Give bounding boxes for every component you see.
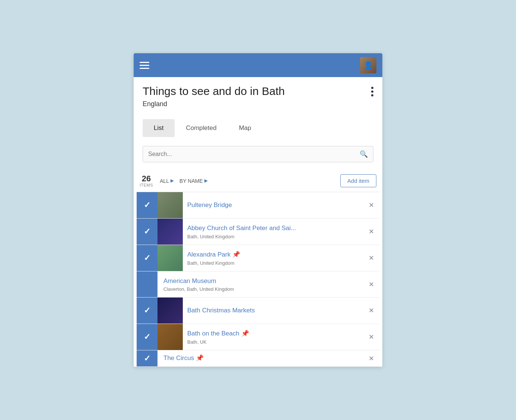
filter-all-button[interactable]: ALL ▶ [157, 176, 176, 185]
delete-museum[interactable]: ✕ [363, 271, 379, 297]
list-item: ✓ Pulteney Bridge ✕ [137, 192, 379, 219]
content-christmas: Bath Christmas Markets [183, 298, 363, 324]
delete-pulteney[interactable]: ✕ [363, 192, 379, 218]
item-location-museum: Claverton, Bath, United Kingdom [163, 286, 359, 292]
list-items: ✓ Pulteney Bridge ✕ ✓ Abbey [137, 192, 379, 366]
check-col-museum[interactable] [137, 271, 157, 297]
checkmark-beach: ✓ [144, 332, 150, 342]
check-col-beach[interactable]: ✓ [137, 324, 157, 350]
filter-byname-label: BY NAME [179, 178, 203, 184]
search-wrapper: 🔍 [143, 146, 373, 162]
list-item: ✓ Bath Christmas Markets ✕ [137, 298, 379, 324]
list-header: 26 ITEMS ALL ▶ BY NAME ▶ Add item [137, 170, 379, 192]
item-name-park[interactable]: Alexandra Park 📌 [187, 251, 359, 259]
check-col-circus[interactable]: ✓ [137, 350, 157, 366]
item-name-museum[interactable]: American Museum [163, 277, 359, 285]
content-museum: American Museum Claverton, Bath, United … [157, 271, 363, 297]
check-col-park[interactable]: ✓ [137, 245, 157, 271]
user-avatar[interactable]: 👤 [360, 57, 376, 73]
thumb-pulteney [157, 192, 183, 218]
phone-container: 👤 Things to see and do in Bath England L… [134, 53, 382, 366]
thumb-img-christmas [157, 298, 183, 324]
tab-completed[interactable]: Completed [175, 119, 227, 137]
tab-map[interactable]: Map [228, 119, 262, 137]
thumb-christmas [157, 298, 183, 324]
list-item: ✓ Alexandra Park 📌 Bath, United Kingdom … [137, 245, 379, 271]
item-location-beach: Bath, UK [187, 339, 359, 345]
thumb-img-abbey [157, 219, 183, 245]
checkmark-pulteney: ✓ [144, 200, 150, 210]
list-item: ✓ The Circus 📌 ✕ [137, 350, 379, 366]
count-number: 26 [140, 175, 153, 183]
item-name-pulteney[interactable]: Pulteney Bridge [187, 201, 359, 209]
list-section: 26 ITEMS ALL ▶ BY NAME ▶ Add item ✓ [134, 170, 382, 366]
page-header: Things to see and do in Bath England [134, 77, 382, 112]
thumb-beach [157, 324, 183, 350]
item-name-beach[interactable]: Bath on the Beach 📌 [187, 330, 359, 338]
item-name-christmas[interactable]: Bath Christmas Markets [187, 306, 359, 315]
filter-all-label: ALL [160, 178, 169, 184]
filter-buttons: ALL ▶ BY NAME ▶ [157, 176, 336, 185]
delete-abbey[interactable]: ✕ [363, 219, 379, 245]
checkmark-park: ✓ [144, 253, 150, 263]
content-beach: Bath on the Beach 📌 Bath, UK [183, 324, 363, 350]
filter-byname-arrow: ▶ [204, 178, 207, 183]
checkmark-christmas: ✓ [144, 306, 150, 315]
check-col-abbey[interactable]: ✓ [137, 219, 157, 245]
items-count: 26 ITEMS [140, 175, 153, 187]
tab-list[interactable]: List [143, 119, 175, 137]
tabs-container: List Completed Map [134, 112, 382, 143]
checkmark-abbey: ✓ [144, 227, 150, 236]
list-item: American Museum Claverton, Bath, United … [137, 271, 379, 298]
checkmark-circus: ✓ [144, 354, 150, 363]
filter-byname-button[interactable]: BY NAME ▶ [177, 176, 210, 185]
content-park: Alexandra Park 📌 Bath, United Kingdom [183, 245, 363, 271]
page-subtitle: England [143, 100, 285, 108]
item-location-park: Bath, United Kingdom [187, 260, 359, 266]
search-icon[interactable]: 🔍 [360, 150, 368, 158]
thumb-park [157, 245, 183, 271]
list-item: ✓ Bath on the Beach 📌 Bath, UK ✕ [137, 324, 379, 350]
check-col-christmas[interactable]: ✓ [137, 298, 157, 324]
more-options-icon[interactable] [371, 85, 373, 96]
list-item: ✓ Abbey Church of Saint Peter and Sai...… [137, 219, 379, 245]
page-title: Things to see and do in Bath [143, 85, 285, 98]
item-name-abbey[interactable]: Abbey Church of Saint Peter and Sai... [187, 224, 359, 232]
search-container: 🔍 [134, 143, 382, 170]
content-circus: The Circus 📌 [157, 350, 363, 366]
filter-all-arrow: ▶ [171, 178, 173, 183]
item-location-abbey: Bath, United Kingdom [187, 234, 359, 239]
thumb-img-beach [157, 324, 183, 350]
item-name-circus[interactable]: The Circus 📌 [163, 354, 359, 362]
delete-christmas[interactable]: ✕ [363, 298, 379, 324]
content-pulteney: Pulteney Bridge [183, 192, 363, 218]
thumb-abbey [157, 219, 183, 245]
top-bar: 👤 [134, 53, 382, 77]
count-label: ITEMS [140, 183, 153, 187]
menu-icon[interactable] [140, 62, 149, 69]
delete-park[interactable]: ✕ [363, 245, 379, 271]
delete-beach[interactable]: ✕ [363, 324, 379, 350]
delete-circus[interactable]: ✕ [363, 350, 379, 366]
thumb-img-pulteney [157, 192, 183, 218]
search-input[interactable] [148, 151, 360, 158]
content-abbey: Abbey Church of Saint Peter and Sai... B… [183, 219, 363, 245]
thumb-img-park [157, 245, 183, 271]
add-item-button[interactable]: Add item [340, 174, 376, 187]
check-col-pulteney[interactable]: ✓ [137, 192, 157, 218]
